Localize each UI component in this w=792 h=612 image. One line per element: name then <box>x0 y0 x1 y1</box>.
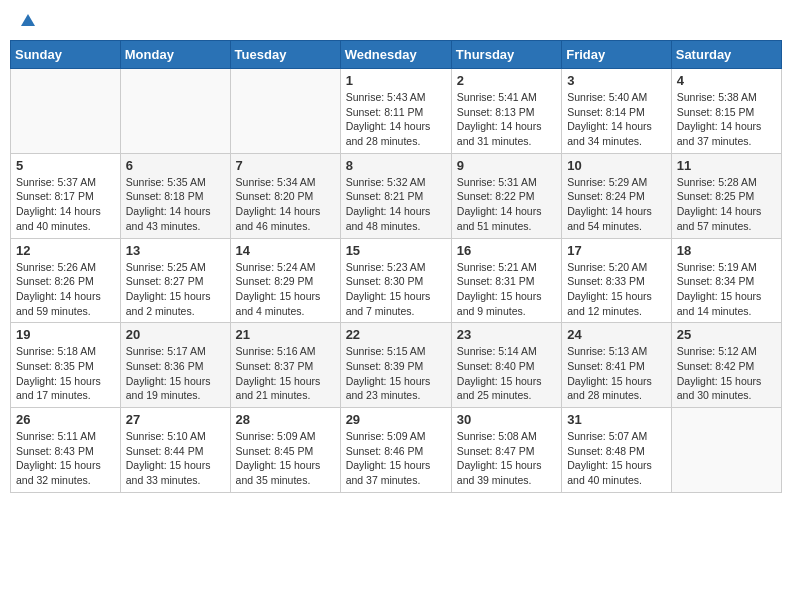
calendar-cell: 27Sunrise: 5:10 AMSunset: 8:44 PMDayligh… <box>120 408 230 493</box>
calendar-header-row: SundayMondayTuesdayWednesdayThursdayFrid… <box>11 41 782 69</box>
calendar-cell: 4Sunrise: 5:38 AMSunset: 8:15 PMDaylight… <box>671 69 781 154</box>
calendar-cell: 17Sunrise: 5:20 AMSunset: 8:33 PMDayligh… <box>562 238 672 323</box>
day-info: Sunrise: 5:40 AMSunset: 8:14 PMDaylight:… <box>567 90 666 149</box>
day-info: Sunrise: 5:15 AMSunset: 8:39 PMDaylight:… <box>346 344 446 403</box>
day-info: Sunrise: 5:24 AMSunset: 8:29 PMDaylight:… <box>236 260 335 319</box>
calendar-cell <box>120 69 230 154</box>
calendar-cell: 8Sunrise: 5:32 AMSunset: 8:21 PMDaylight… <box>340 153 451 238</box>
day-info: Sunrise: 5:29 AMSunset: 8:24 PMDaylight:… <box>567 175 666 234</box>
day-info: Sunrise: 5:11 AMSunset: 8:43 PMDaylight:… <box>16 429 115 488</box>
day-info: Sunrise: 5:08 AMSunset: 8:47 PMDaylight:… <box>457 429 556 488</box>
calendar-cell <box>671 408 781 493</box>
day-number: 29 <box>346 412 446 427</box>
day-info: Sunrise: 5:18 AMSunset: 8:35 PMDaylight:… <box>16 344 115 403</box>
day-number: 1 <box>346 73 446 88</box>
day-number: 6 <box>126 158 225 173</box>
day-info: Sunrise: 5:16 AMSunset: 8:37 PMDaylight:… <box>236 344 335 403</box>
calendar-cell <box>11 69 121 154</box>
calendar-cell: 10Sunrise: 5:29 AMSunset: 8:24 PMDayligh… <box>562 153 672 238</box>
calendar-cell: 25Sunrise: 5:12 AMSunset: 8:42 PMDayligh… <box>671 323 781 408</box>
weekday-header: Monday <box>120 41 230 69</box>
calendar-cell: 9Sunrise: 5:31 AMSunset: 8:22 PMDaylight… <box>451 153 561 238</box>
day-number: 10 <box>567 158 666 173</box>
calendar-cell: 13Sunrise: 5:25 AMSunset: 8:27 PMDayligh… <box>120 238 230 323</box>
calendar-cell: 15Sunrise: 5:23 AMSunset: 8:30 PMDayligh… <box>340 238 451 323</box>
day-info: Sunrise: 5:10 AMSunset: 8:44 PMDaylight:… <box>126 429 225 488</box>
logo <box>16 14 37 28</box>
calendar-week-row: 19Sunrise: 5:18 AMSunset: 8:35 PMDayligh… <box>11 323 782 408</box>
day-number: 11 <box>677 158 776 173</box>
calendar-cell: 23Sunrise: 5:14 AMSunset: 8:40 PMDayligh… <box>451 323 561 408</box>
day-number: 12 <box>16 243 115 258</box>
calendar-cell: 26Sunrise: 5:11 AMSunset: 8:43 PMDayligh… <box>11 408 121 493</box>
calendar-cell: 1Sunrise: 5:43 AMSunset: 8:11 PMDaylight… <box>340 69 451 154</box>
weekday-header: Sunday <box>11 41 121 69</box>
calendar-cell: 19Sunrise: 5:18 AMSunset: 8:35 PMDayligh… <box>11 323 121 408</box>
day-info: Sunrise: 5:23 AMSunset: 8:30 PMDaylight:… <box>346 260 446 319</box>
calendar-cell: 18Sunrise: 5:19 AMSunset: 8:34 PMDayligh… <box>671 238 781 323</box>
day-number: 21 <box>236 327 335 342</box>
page-header <box>10 10 782 32</box>
calendar-cell <box>230 69 340 154</box>
day-number: 17 <box>567 243 666 258</box>
calendar-cell: 30Sunrise: 5:08 AMSunset: 8:47 PMDayligh… <box>451 408 561 493</box>
calendar-cell: 12Sunrise: 5:26 AMSunset: 8:26 PMDayligh… <box>11 238 121 323</box>
day-info: Sunrise: 5:37 AMSunset: 8:17 PMDaylight:… <box>16 175 115 234</box>
day-info: Sunrise: 5:07 AMSunset: 8:48 PMDaylight:… <box>567 429 666 488</box>
weekday-header: Wednesday <box>340 41 451 69</box>
day-number: 20 <box>126 327 225 342</box>
calendar-cell: 11Sunrise: 5:28 AMSunset: 8:25 PMDayligh… <box>671 153 781 238</box>
calendar-cell: 28Sunrise: 5:09 AMSunset: 8:45 PMDayligh… <box>230 408 340 493</box>
calendar-cell: 7Sunrise: 5:34 AMSunset: 8:20 PMDaylight… <box>230 153 340 238</box>
weekday-header: Tuesday <box>230 41 340 69</box>
day-info: Sunrise: 5:21 AMSunset: 8:31 PMDaylight:… <box>457 260 556 319</box>
day-number: 7 <box>236 158 335 173</box>
day-info: Sunrise: 5:26 AMSunset: 8:26 PMDaylight:… <box>16 260 115 319</box>
day-number: 28 <box>236 412 335 427</box>
day-number: 31 <box>567 412 666 427</box>
day-number: 25 <box>677 327 776 342</box>
calendar-cell: 20Sunrise: 5:17 AMSunset: 8:36 PMDayligh… <box>120 323 230 408</box>
day-info: Sunrise: 5:17 AMSunset: 8:36 PMDaylight:… <box>126 344 225 403</box>
svg-marker-0 <box>21 14 35 26</box>
weekday-header: Saturday <box>671 41 781 69</box>
day-number: 15 <box>346 243 446 258</box>
day-number: 18 <box>677 243 776 258</box>
calendar-cell: 14Sunrise: 5:24 AMSunset: 8:29 PMDayligh… <box>230 238 340 323</box>
day-info: Sunrise: 5:31 AMSunset: 8:22 PMDaylight:… <box>457 175 556 234</box>
calendar-week-row: 12Sunrise: 5:26 AMSunset: 8:26 PMDayligh… <box>11 238 782 323</box>
calendar-cell: 5Sunrise: 5:37 AMSunset: 8:17 PMDaylight… <box>11 153 121 238</box>
day-number: 19 <box>16 327 115 342</box>
day-info: Sunrise: 5:09 AMSunset: 8:45 PMDaylight:… <box>236 429 335 488</box>
day-number: 30 <box>457 412 556 427</box>
day-info: Sunrise: 5:12 AMSunset: 8:42 PMDaylight:… <box>677 344 776 403</box>
day-number: 2 <box>457 73 556 88</box>
calendar-cell: 24Sunrise: 5:13 AMSunset: 8:41 PMDayligh… <box>562 323 672 408</box>
day-info: Sunrise: 5:19 AMSunset: 8:34 PMDaylight:… <box>677 260 776 319</box>
day-info: Sunrise: 5:34 AMSunset: 8:20 PMDaylight:… <box>236 175 335 234</box>
weekday-header: Friday <box>562 41 672 69</box>
day-info: Sunrise: 5:32 AMSunset: 8:21 PMDaylight:… <box>346 175 446 234</box>
calendar-table: SundayMondayTuesdayWednesdayThursdayFrid… <box>10 40 782 493</box>
calendar-week-row: 26Sunrise: 5:11 AMSunset: 8:43 PMDayligh… <box>11 408 782 493</box>
day-number: 9 <box>457 158 556 173</box>
day-info: Sunrise: 5:25 AMSunset: 8:27 PMDaylight:… <box>126 260 225 319</box>
day-number: 13 <box>126 243 225 258</box>
day-info: Sunrise: 5:43 AMSunset: 8:11 PMDaylight:… <box>346 90 446 149</box>
logo-icon <box>19 12 37 30</box>
day-number: 16 <box>457 243 556 258</box>
calendar-week-row: 1Sunrise: 5:43 AMSunset: 8:11 PMDaylight… <box>11 69 782 154</box>
day-number: 8 <box>346 158 446 173</box>
calendar-cell: 31Sunrise: 5:07 AMSunset: 8:48 PMDayligh… <box>562 408 672 493</box>
calendar-cell: 29Sunrise: 5:09 AMSunset: 8:46 PMDayligh… <box>340 408 451 493</box>
calendar-week-row: 5Sunrise: 5:37 AMSunset: 8:17 PMDaylight… <box>11 153 782 238</box>
day-number: 14 <box>236 243 335 258</box>
day-info: Sunrise: 5:28 AMSunset: 8:25 PMDaylight:… <box>677 175 776 234</box>
day-number: 3 <box>567 73 666 88</box>
day-number: 24 <box>567 327 666 342</box>
day-number: 4 <box>677 73 776 88</box>
day-number: 22 <box>346 327 446 342</box>
day-number: 26 <box>16 412 115 427</box>
calendar-cell: 3Sunrise: 5:40 AMSunset: 8:14 PMDaylight… <box>562 69 672 154</box>
weekday-header: Thursday <box>451 41 561 69</box>
